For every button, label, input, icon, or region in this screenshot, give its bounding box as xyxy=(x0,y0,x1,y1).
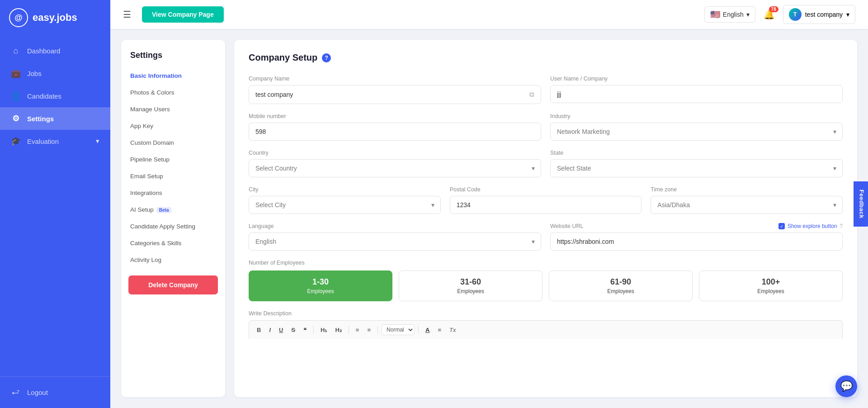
city-label: City xyxy=(249,186,441,193)
show-explore-toggle[interactable]: ✓ Show explore button ? xyxy=(778,223,843,229)
main-area: ☰ View Company Page 🇺🇸 English ▾ 🔔 78 T … xyxy=(110,0,868,408)
employee-option-1[interactable]: 31-60 Employees xyxy=(399,270,542,301)
delete-company-button[interactable]: Delete Company xyxy=(128,275,218,294)
settings-nav-integrations[interactable]: Integrations xyxy=(121,185,225,201)
industry-select[interactable]: Network Marketing Technology Finance xyxy=(550,123,843,141)
form-row-3: Country Select Country State Select Stat… xyxy=(249,150,843,177)
toolbar-sep-3 xyxy=(377,326,378,334)
industry-group: Industry Network Marketing Technology Fi… xyxy=(550,113,843,141)
settings-nav-activity-log[interactable]: Activity Log xyxy=(121,251,225,268)
settings-nav-photos-colors[interactable]: Photos & Colors xyxy=(121,84,225,101)
settings-nav-basic-info[interactable]: Basic Information xyxy=(121,67,225,84)
copy-icon: ⧉ xyxy=(529,90,534,99)
language-select-wrap: English French xyxy=(249,232,541,251)
chat-button[interactable]: 💬 xyxy=(835,375,857,397)
feedback-tab[interactable]: Feedback xyxy=(854,181,868,227)
h2-button[interactable]: H₂ xyxy=(332,325,344,335)
employee-option-0[interactable]: 1-30 Employees xyxy=(249,270,392,301)
emp-label-2: Employees xyxy=(556,288,686,294)
mobile-label: Mobile number xyxy=(249,113,541,119)
mobile-input[interactable] xyxy=(249,123,541,141)
strikethrough-button[interactable]: S xyxy=(288,325,298,335)
settings-nav-email-setup[interactable]: Email Setup xyxy=(121,168,225,185)
form-row-1: Company Name test company ⧉ User Name / … xyxy=(249,76,843,104)
emp-label-1: Employees xyxy=(406,288,536,294)
company-chevron-icon: ▾ xyxy=(846,11,849,18)
form-panel: Company Setup ? Company Name test compan… xyxy=(234,40,857,397)
settings-nav-label-integrations: Integrations xyxy=(130,190,162,196)
sidebar-label-evaluation: Evaluation xyxy=(27,138,59,145)
sidebar-item-settings[interactable]: ⚙ Settings xyxy=(0,107,110,130)
sidebar-item-evaluation[interactable]: 🎓 Evaluation ▾ xyxy=(0,130,110,152)
clear-format-button[interactable]: Tx xyxy=(446,325,459,335)
info-icon[interactable]: ? xyxy=(322,53,331,62)
sidebar-item-candidates[interactable]: 👤 Candidates xyxy=(0,85,110,107)
employee-option-2[interactable]: 61-90 Employees xyxy=(549,270,693,301)
settings-nav-label-custom-domain: Custom Domain xyxy=(130,139,174,146)
quote-button[interactable]: ❝ xyxy=(300,325,310,335)
view-company-button[interactable]: View Company Page xyxy=(142,6,224,23)
country-select[interactable]: Select Country xyxy=(249,159,541,177)
bold-button[interactable]: B xyxy=(254,325,264,335)
settings-nav-label-manage-users: Manage Users xyxy=(130,106,170,113)
country-label: Country xyxy=(249,150,541,156)
username-input[interactable] xyxy=(550,85,843,103)
topbar-right: 🇺🇸 English ▾ 🔔 78 T test company ▾ xyxy=(704,5,855,24)
employee-options: 1-30 Employees 31-60 Employees 61-90 Emp… xyxy=(249,270,843,301)
postal-label: Postal Code xyxy=(450,186,642,193)
flag-icon: 🇺🇸 xyxy=(710,9,720,19)
settings-nav-custom-domain[interactable]: Custom Domain xyxy=(121,134,225,151)
sidebar-label-dashboard: Dashboard xyxy=(27,47,60,55)
username-group: User Name / Company xyxy=(550,76,843,104)
website-input[interactable] xyxy=(550,232,843,251)
company-name-input-wrap[interactable]: test company ⧉ xyxy=(249,85,541,104)
language-label: Language xyxy=(249,223,541,229)
editor-toolbar: B I U S ❝ H₁ H₂ ≡ ≡ Normal A ≡ Tx xyxy=(249,320,843,339)
company-selector[interactable]: T test company ▾ xyxy=(783,5,855,24)
settings-nav-manage-users[interactable]: Manage Users xyxy=(121,101,225,118)
settings-nav-label-pipeline-setup: Pipeline Setup xyxy=(130,156,170,163)
language-selector[interactable]: 🇺🇸 English ▾ xyxy=(704,6,755,23)
settings-nav-label-email-setup: Email Setup xyxy=(130,173,163,180)
sidebar-item-dashboard[interactable]: ⌂ Dashboard xyxy=(0,40,110,62)
sidebar-nav: ⌂ Dashboard 💼 Jobs 👤 Candidates ⚙ Settin… xyxy=(0,35,110,376)
city-select[interactable]: Select City xyxy=(249,196,441,214)
company-avatar: T xyxy=(789,8,802,21)
settings-nav-categories-skills[interactable]: Categories & Skills xyxy=(121,235,225,251)
postal-input[interactable] xyxy=(450,196,642,214)
settings-nav-candidate-apply[interactable]: Candidate Apply Setting xyxy=(121,218,225,235)
topbar: ☰ View Company Page 🇺🇸 English ▾ 🔔 78 T … xyxy=(110,0,868,29)
settings-nav-ai-setup[interactable]: AI SetupBeta xyxy=(121,201,225,218)
emp-count-3: 100+ xyxy=(706,277,836,287)
sidebar-item-logout[interactable]: ⮐ Logout xyxy=(0,381,110,403)
settings-nav-pipeline-setup[interactable]: Pipeline Setup xyxy=(121,151,225,168)
sidebar-item-jobs[interactable]: 💼 Jobs xyxy=(0,62,110,85)
notification-button[interactable]: 🔔 78 xyxy=(764,9,775,20)
font-color-button[interactable]: A xyxy=(422,325,433,335)
eval-chevron-icon: ▾ xyxy=(96,137,99,145)
logo-text: easy.jobs xyxy=(33,12,77,24)
emp-label-0: Employees xyxy=(255,288,386,294)
settings-nav-app-key[interactable]: App Key xyxy=(121,118,225,134)
chat-icon: 💬 xyxy=(840,380,853,392)
emp-label-3: Employees xyxy=(706,288,836,294)
hamburger-icon[interactable]: ☰ xyxy=(123,9,131,20)
ordered-list-button[interactable]: ≡ xyxy=(353,325,363,335)
show-explore-checkbox[interactable]: ✓ xyxy=(778,223,785,229)
state-select[interactable]: Select State xyxy=(550,159,843,177)
content-area: Settings Basic InformationPhotos & Color… xyxy=(110,29,868,408)
language-select[interactable]: English French xyxy=(249,232,541,251)
panel-title-text: Company Setup xyxy=(249,52,317,63)
industry-label: Industry xyxy=(550,113,843,119)
timezone-select[interactable]: Asia/Dhaka UTC xyxy=(651,196,843,214)
italic-button[interactable]: I xyxy=(266,325,274,335)
align-button[interactable]: ≡ xyxy=(434,325,444,335)
h1-button[interactable]: H₁ xyxy=(317,325,330,335)
settings-nav-list: Basic InformationPhotos & ColorsManage U… xyxy=(121,67,225,268)
unordered-list-button[interactable]: ≡ xyxy=(364,325,374,335)
employee-option-3[interactable]: 100+ Employees xyxy=(699,270,843,301)
font-style-select[interactable]: Normal xyxy=(382,324,415,335)
company-name-label: Company Name xyxy=(249,76,541,82)
underline-button[interactable]: U xyxy=(276,325,286,335)
logo[interactable]: @ easy.jobs xyxy=(0,0,110,35)
